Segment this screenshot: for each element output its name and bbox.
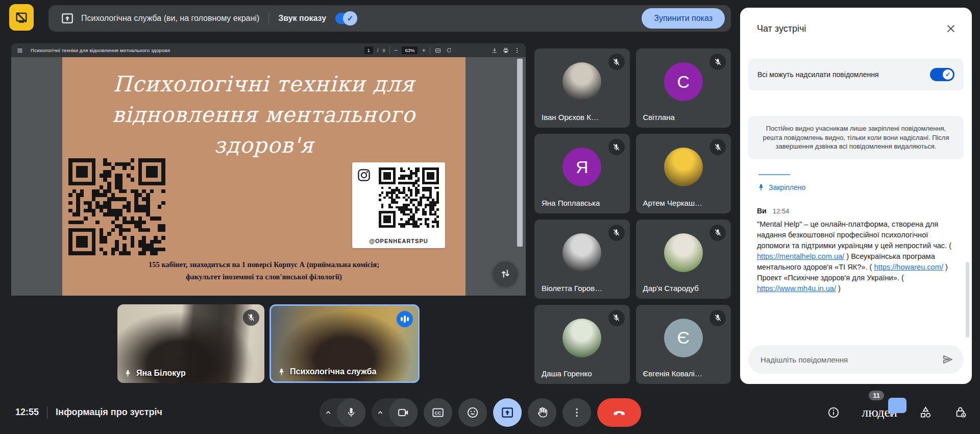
captions-button[interactable] — [424, 398, 452, 427]
no-screen-icon — [14, 10, 29, 25]
mic-off-icon — [612, 228, 621, 237]
toggle-check-icon: ✓ — [343, 11, 357, 26]
fit-page-button[interactable] — [434, 47, 442, 54]
reactions-button[interactable] — [458, 398, 487, 427]
presentation-label: Психологічна служба (ви, на головному ек… — [81, 14, 259, 23]
mic-off-icon — [714, 143, 722, 152]
mic-off-icon — [714, 228, 722, 237]
message-body: "Mental Help" – це онлайн-платформа, ств… — [757, 219, 957, 294]
send-icon[interactable] — [941, 353, 954, 366]
page-number-input[interactable]: 1 — [364, 46, 373, 54]
page-separator: / — [377, 47, 379, 53]
mic-off-icon — [714, 314, 722, 322]
camera-button[interactable] — [389, 398, 418, 427]
participant-name: Віолетта Горов… — [542, 284, 602, 293]
pdf-scrollbar[interactable] — [517, 59, 523, 247]
people-count-badge: 11 — [869, 391, 884, 400]
slide-title-line1: Психологічні техніки для — [62, 71, 465, 97]
presenting-banner: Психологічна служба (ви, на головному ек… — [48, 5, 731, 32]
present-screen-icon — [61, 12, 74, 25]
participant-tile[interactable]: С Світлана — [636, 49, 731, 128]
divider — [47, 406, 47, 419]
message-link[interactable]: https://mentalhelp.com.ua/ — [757, 252, 844, 260]
participant-tile[interactable]: Я Яна Поплавська — [534, 134, 630, 213]
people-button[interactable]: 11 людей — [862, 405, 897, 420]
avatar: Я — [562, 148, 601, 186]
message-time: 12:54 — [773, 207, 790, 215]
chat-message-input[interactable] — [760, 355, 941, 365]
mic-off-chip — [709, 54, 726, 70]
share-sound-label: Звук показу — [278, 14, 326, 23]
participant-name: Дар'я Стародуб — [643, 284, 699, 293]
pdf-document-title: Психологічні техніки для відновлення мет… — [31, 47, 170, 53]
hand-icon — [535, 406, 549, 419]
message-link[interactable]: https://www.mh4u.in.ua/ — [757, 284, 836, 293]
participant-tile[interactable]: Дар'я Стародуб — [636, 220, 731, 299]
participant-tile[interactable]: Даша Горенко — [534, 305, 630, 384]
screen-annotation-app-icon[interactable] — [9, 4, 34, 31]
mic-control — [320, 398, 365, 427]
participant-tile[interactable]: Іван Орєхов К… — [534, 49, 630, 128]
participant-name: Євгенія Ковалі… — [643, 369, 702, 378]
video-tile-psy-service[interactable]: Психологічна служба — [270, 304, 420, 383]
present-button[interactable] — [493, 398, 522, 427]
menu-icon[interactable] — [16, 47, 23, 54]
more-options-button[interactable] — [562, 398, 591, 427]
rotate-button[interactable] — [446, 47, 452, 54]
zoom-in-button[interactable]: + — [422, 46, 426, 54]
mic-off-chip — [709, 139, 726, 155]
participant-tile[interactable]: Є Євгенія Ковалі… — [636, 305, 731, 384]
avatar: Є — [664, 319, 703, 357]
avatar — [562, 233, 601, 272]
bottom-control-bar: 12:55 Інформація про зустріч 11 — [0, 391, 980, 434]
mic-icon — [345, 406, 357, 419]
chat-scrollbar[interactable] — [966, 262, 969, 337]
pin-icon — [757, 183, 765, 191]
raise-hand-button[interactable] — [528, 398, 556, 427]
download-button[interactable] — [491, 47, 498, 54]
stop-presenting-button[interactable]: Зупинити показ — [642, 8, 725, 29]
mic-off-icon — [612, 143, 621, 152]
present-screen-icon — [501, 406, 514, 419]
participant-grid: Іван Орєхов К… С Світлана Я Яна Поплавсь… — [534, 49, 731, 384]
slide-title-line2: відновлення ментального — [62, 102, 465, 127]
activities-icon[interactable] — [919, 405, 933, 419]
mic-off-chip — [608, 139, 625, 155]
participant-name: Яна Поплавська — [542, 199, 600, 207]
participant-name: Даша Горенко — [542, 369, 592, 378]
end-call-icon — [612, 405, 626, 420]
video-tile-yana-bilokur[interactable]: Яна Білокур — [117, 304, 264, 383]
zoom-out-button[interactable]: − — [394, 46, 398, 54]
host-controls-icon[interactable] — [954, 405, 968, 419]
swap-tiles-button[interactable] — [493, 261, 518, 286]
mic-off-chip — [608, 225, 625, 241]
slide-footer-line2: факультет іноземної та слов'янської філо… — [62, 273, 465, 281]
shared-pdf-viewer: Психологічні техніки для відновлення мен… — [11, 43, 526, 296]
audio-level-chip — [397, 311, 413, 327]
mic-off-chip — [243, 309, 259, 326]
avatar: С — [664, 62, 703, 101]
pinned-label-row: Закріплено — [757, 183, 805, 191]
avatar — [664, 233, 703, 272]
close-icon[interactable] — [945, 23, 957, 34]
camera-options-chevron[interactable] — [372, 408, 389, 417]
participant-tile[interactable]: Артем Черкаш… — [636, 134, 731, 213]
chat-permission-toggle[interactable]: ✓ — [930, 68, 954, 81]
chat-panel: Чат зустрічі Всі можуть надсилати повідо… — [740, 8, 972, 384]
participant-tile[interactable]: Віолетта Горов… — [534, 220, 630, 299]
pdf-toolbar: Психологічні техніки для відновлення мет… — [11, 43, 526, 57]
mic-button[interactable] — [337, 398, 365, 427]
camera-icon — [397, 406, 409, 419]
mic-options-chevron[interactable] — [320, 408, 337, 417]
print-button[interactable] — [502, 47, 509, 54]
camera-control — [372, 398, 418, 427]
message-link[interactable]: https://howareu.com/ — [874, 263, 943, 271]
chat-bubble-icon[interactable] — [888, 398, 906, 413]
meeting-details-icon[interactable] — [827, 406, 840, 419]
pdf-more-button[interactable] — [513, 47, 521, 54]
end-call-button[interactable] — [597, 398, 641, 427]
meeting-info-label: Інформація про зустріч — [56, 407, 162, 418]
chat-panel-title: Чат зустрічі — [757, 23, 806, 34]
share-sound-toggle[interactable]: ✓ — [335, 13, 356, 24]
slide-title-line3: здоров'я — [62, 133, 465, 158]
